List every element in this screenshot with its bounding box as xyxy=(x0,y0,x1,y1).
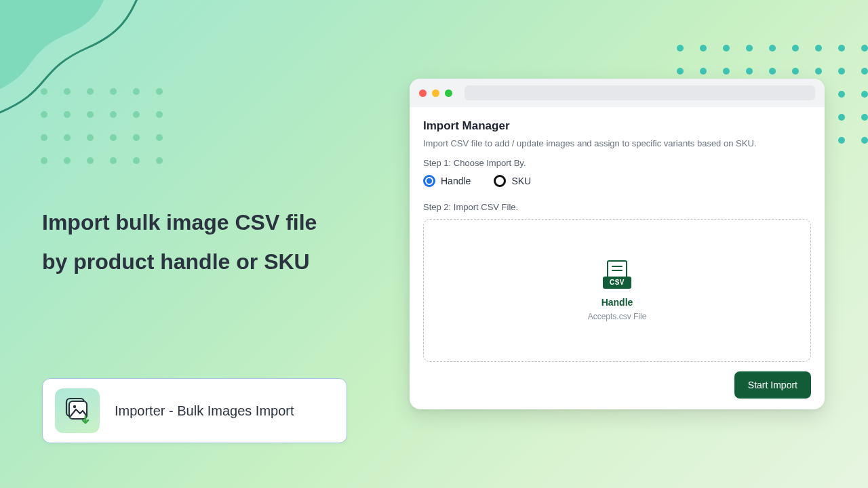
csv-file-icon: CSV xyxy=(603,260,631,289)
csv-dropzone[interactable]: CSV Handle Accepts.csv File xyxy=(423,219,811,362)
maximize-icon[interactable] xyxy=(445,89,452,97)
minimize-icon[interactable] xyxy=(432,89,439,97)
csv-badge: CSV xyxy=(603,277,631,289)
window-titlebar xyxy=(410,79,825,107)
radio-handle[interactable]: Handle xyxy=(423,175,471,187)
step2-label: Step 2: Import CSV File. xyxy=(423,202,811,212)
radio-sku[interactable]: SKU xyxy=(494,175,531,187)
radio-sku-indicator xyxy=(494,175,506,187)
app-window: Import Manager Import CSV file to add / … xyxy=(410,79,825,409)
dropzone-title: Handle xyxy=(601,297,633,308)
traffic-lights xyxy=(419,89,452,97)
page-title: Import Manager xyxy=(423,119,811,133)
hero-headline: Import bulk image CSV file by product ha… xyxy=(42,203,381,281)
svg-point-2 xyxy=(73,405,76,408)
app-badge-card: Importer - Bulk Images Import xyxy=(42,378,347,443)
radio-handle-indicator xyxy=(423,175,435,187)
radio-handle-label: Handle xyxy=(441,176,471,186)
decorative-dots-left xyxy=(41,88,163,164)
radio-sku-label: SKU xyxy=(511,176,531,186)
window-actions: Start Import xyxy=(423,371,811,399)
step1-label: Step 1: Choose Import By. xyxy=(423,158,811,168)
start-import-button[interactable]: Start Import xyxy=(734,371,811,399)
app-icon xyxy=(55,388,100,433)
hero-headline-line1: Import bulk image CSV file xyxy=(42,203,381,243)
dropzone-subtitle: Accepts.csv File xyxy=(588,312,647,321)
app-name: Importer - Bulk Images Import xyxy=(115,403,294,419)
decorative-blob xyxy=(0,0,176,136)
svg-rect-1 xyxy=(69,401,87,419)
page-subtitle: Import CSV file to add / update images a… xyxy=(423,138,811,148)
import-by-radios: Handle SKU xyxy=(423,175,811,187)
window-body: Import Manager Import CSV file to add / … xyxy=(410,107,825,409)
address-bar[interactable] xyxy=(465,85,815,100)
hero-headline-line2: by product handle or SKU xyxy=(42,243,381,282)
close-icon[interactable] xyxy=(419,89,427,97)
